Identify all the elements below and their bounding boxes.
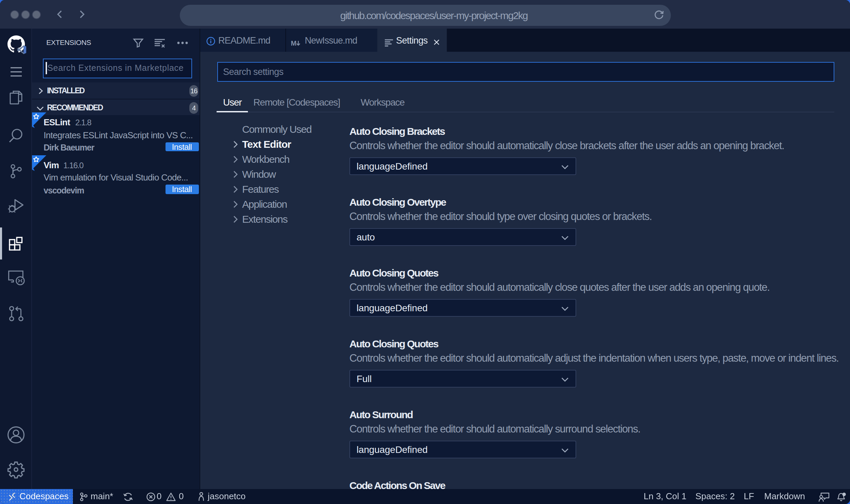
svg-text:M: M (291, 40, 297, 47)
